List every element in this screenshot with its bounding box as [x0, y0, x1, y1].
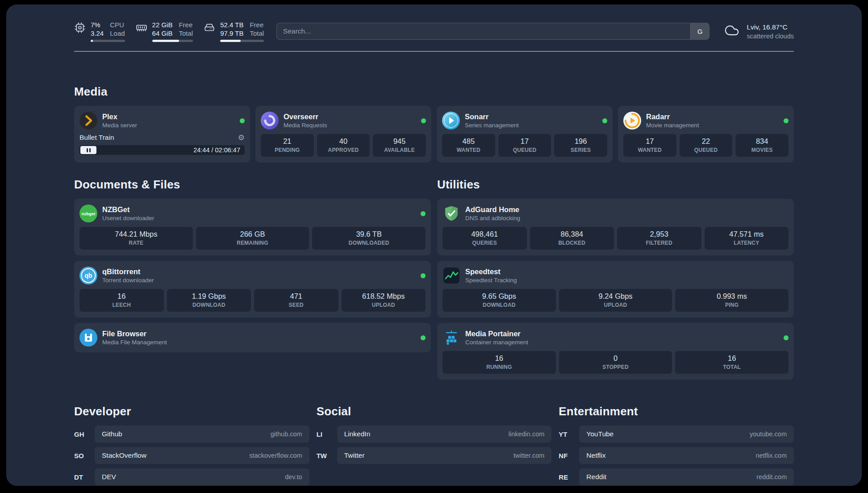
bookmark-reddit[interactable]: RE Reddit reddit.com [559, 468, 794, 485]
service-name: NZBGet [102, 205, 154, 214]
disk-total-value: 97.9 TB [220, 29, 243, 38]
radarr-icon [623, 112, 641, 130]
section-developer: Developer GH Github github.com SO StackO… [74, 405, 309, 485]
section-title-entertainment: Entertainment [559, 405, 794, 418]
service-card-adguard[interactable]: AdGuard Home DNS and adblocking 498,461 … [437, 199, 794, 255]
bookmark-github[interactable]: GH Github github.com [74, 426, 309, 443]
bookmark-stackoverflow[interactable]: SO StackOverflow stackoverflow.com [74, 447, 309, 464]
service-card-speedtest[interactable]: Speedtest Speedtest Tracking 9.65 Gbps D… [437, 261, 794, 318]
bookmark-linkedin[interactable]: LI LinkedIn linkedin.com [317, 426, 552, 443]
bookmark-name: Netflix [586, 451, 605, 460]
cpu-usage-bar [91, 40, 125, 42]
bookmark-twitter[interactable]: TW Twitter twitter.com [317, 447, 552, 464]
service-card-qbittorrent[interactable]: qb qBittorrent Torrent downloader [74, 261, 431, 318]
bookmark-name: DEV [102, 473, 116, 481]
service-card-filebrowser[interactable]: File Browser Media File Management [74, 323, 431, 352]
bookmark-youtube[interactable]: YT YouTube youtube.com [559, 426, 794, 443]
stat-tile: 744.21 Mbps RATE [79, 227, 193, 250]
stat-tile: 40 APPROVED [317, 134, 370, 157]
disk-widget: 52.4 TB 97.9 TB Free Total [204, 21, 264, 42]
stat-tile: 471 SEED [254, 289, 338, 312]
hard-drive-icon [204, 22, 215, 33]
bookmark-url: linkedin.com [509, 430, 545, 438]
service-card-radarr[interactable]: Radarr Movie management 17 WANTED 22 QUE… [618, 106, 794, 163]
bookmark-netflix[interactable]: NF Netflix netflix.com [559, 447, 794, 464]
top-bar: 7% 3.24 CPU Load [74, 21, 794, 42]
cpu-load-value: 3.24 [91, 29, 104, 38]
bookmark-abbr: DT [74, 473, 95, 481]
status-dot-online [240, 118, 245, 123]
now-playing-title: Bullet Train [79, 134, 114, 142]
service-description: Speedtest Tracking [465, 277, 517, 284]
svg-text:nzbget: nzbget [82, 211, 96, 216]
nzbget-icon: nzbget [79, 205, 97, 222]
stat-tile: 86,384 BLOCKED [530, 227, 614, 250]
bookmark-abbr: TW [317, 452, 337, 460]
plex-icon [79, 112, 97, 130]
stat-tile: 9.24 Gbps UPLOAD [559, 289, 672, 312]
stat-tile: 266 GB REMAINING [196, 227, 309, 250]
memory-usage-bar [152, 40, 193, 42]
section-media: Media Plex Media server [74, 85, 794, 163]
disk-free-value: 52.4 TB [220, 21, 243, 29]
cpu-chip-icon [74, 22, 86, 33]
disk-label-1: Free [250, 21, 264, 29]
bookmark-name: YouTube [586, 430, 613, 438]
stat-tile: 196 SERIES [554, 134, 607, 157]
service-card-sonarr[interactable]: Sonarr Series management 485 WANTED 17 Q… [437, 106, 613, 163]
search-provider-button[interactable]: G [690, 23, 709, 39]
cpu-widget: 7% 3.24 CPU Load [74, 21, 125, 42]
service-description: Container management [465, 339, 528, 346]
qbittorrent-icon: qb [79, 267, 97, 284]
stat-tile: 1.19 Gbps DOWNLOAD [167, 289, 251, 312]
weather-condition: scattered clouds [747, 33, 794, 40]
playback-progress-bar[interactable]: 24:44 / 02:06:47 [79, 145, 245, 155]
bookmark-url: netflix.com [756, 452, 787, 459]
service-card-plex[interactable]: Plex Media server Bullet Train ⚙ 24:44 /… [74, 106, 250, 163]
section-social: Social LI LinkedIn linkedin.com TW Twitt… [317, 405, 552, 464]
section-title-utilities: Utilities [437, 178, 794, 192]
section-title-social: Social [317, 405, 552, 418]
service-description: Series management [465, 122, 519, 129]
stat-tile: 0 STOPPED [559, 351, 672, 374]
section-title-documents: Documents & Files [74, 178, 431, 192]
service-name: AdGuard Home [465, 205, 520, 214]
status-dot-online [784, 335, 789, 340]
search-input[interactable] [277, 23, 690, 39]
service-description: DNS and adblocking [465, 215, 520, 221]
status-dot-online [784, 118, 789, 123]
weather-location: Lviv, 16.87°C [747, 23, 794, 31]
service-card-overseerr[interactable]: Overseerr Media Requests 21 PENDING 40 A… [255, 106, 431, 163]
stat-tile: 39.6 TB DOWNLOADED [312, 227, 426, 250]
service-name: Media Portainer [465, 330, 528, 338]
pause-button[interactable] [80, 146, 96, 154]
service-card-portainer[interactable]: Media Portainer Container management 16 … [437, 323, 794, 380]
bookmark-dev[interactable]: DT DEV dev.to [74, 468, 309, 485]
service-name: Overseerr [284, 113, 327, 121]
gear-icon[interactable]: ⚙ [238, 134, 245, 142]
overseerr-icon [261, 112, 279, 130]
svg-text:qb: qb [84, 272, 92, 279]
service-name: Plex [102, 113, 137, 121]
memory-widget: 22 GiB 64 GiB Free Total [136, 21, 193, 42]
header-divider [74, 51, 794, 52]
stat-tile: 9.65 Gbps DOWNLOAD [442, 289, 556, 312]
bookmark-url: twitter.com [513, 452, 544, 459]
stat-tile: 498,461 QUERIES [442, 227, 527, 250]
stat-tile: 834 MOVIES [735, 134, 789, 157]
stat-tile: 21 PENDING [261, 134, 314, 157]
filebrowser-icon [79, 329, 97, 347]
ram-icon [136, 22, 147, 33]
stat-tile: 17 WANTED [623, 134, 676, 157]
adguard-shield-icon [442, 205, 460, 222]
status-dot-online [421, 273, 426, 278]
memory-label-1: Free [179, 21, 193, 29]
bookmark-abbr: RE [559, 473, 579, 481]
bookmark-name: LinkedIn [344, 430, 371, 438]
stat-tile: 16 TOTAL [675, 351, 789, 374]
bookmark-name: Github [102, 430, 122, 438]
service-description: Movie management [646, 122, 699, 129]
memory-total-value: 64 GiB [152, 29, 173, 38]
service-card-nzbget[interactable]: nzbget NZBGet Usenet downloader 74 [74, 199, 431, 255]
service-name: Radarr [646, 113, 699, 121]
